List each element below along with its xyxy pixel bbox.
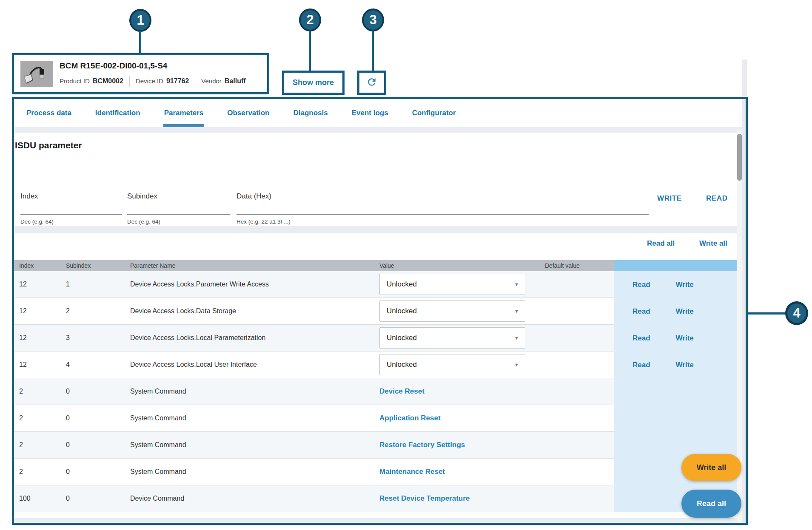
cell-index: 12 xyxy=(14,307,66,315)
row-read-link[interactable]: Read xyxy=(633,281,650,289)
tabbar-separator xyxy=(14,127,742,133)
command-link[interactable]: Application Reset xyxy=(379,414,441,422)
param-rows: 121Device Access Locks.Parameter Write A… xyxy=(14,271,742,512)
row-write-link[interactable]: Write xyxy=(676,334,694,343)
isdu-write-button[interactable]: WRITE xyxy=(657,194,682,203)
isdu-read-button[interactable]: READ xyxy=(706,194,728,203)
product-id-label: Product ID xyxy=(60,77,90,85)
value-select[interactable]: Unlocked▼ xyxy=(379,300,525,322)
cell-value: Unlocked▼ xyxy=(379,300,545,322)
cell-value: Unlocked▼ xyxy=(379,327,545,349)
tab-event-logs[interactable]: Event logs xyxy=(351,99,389,127)
tab-diagnosis[interactable]: Diagnosis xyxy=(292,99,328,127)
read-all-link[interactable]: Read all xyxy=(647,239,675,248)
table-row: 121Device Access Locks.Parameter Write A… xyxy=(14,271,742,298)
isdu-data-hex-field: Data (Hex) Hex (e.g. 22 a1 3f ...) xyxy=(236,192,649,225)
value-select[interactable]: Unlocked▼ xyxy=(379,327,525,349)
subindex-input[interactable] xyxy=(127,207,230,215)
refresh-icon xyxy=(366,77,377,89)
cell-value: Restore Factory Settings xyxy=(379,441,545,449)
data-hex-input[interactable] xyxy=(236,207,649,215)
cell-parameter-name: Device Access Locks.Local User Interface xyxy=(130,361,379,368)
panel-outer-scrollbar-track[interactable] xyxy=(742,99,746,523)
table-row: 20System CommandDevice Reset xyxy=(14,378,742,405)
vendor-label: Vendor xyxy=(201,77,222,85)
cell-value: Reset Device Temperature xyxy=(379,494,545,503)
cell-index: 2 xyxy=(14,388,66,395)
tab-configurator[interactable]: Configurator xyxy=(411,99,457,127)
cell-subindex: 0 xyxy=(66,388,130,395)
value-select[interactable]: Unlocked▼ xyxy=(379,274,525,295)
callout-1-line xyxy=(139,31,141,53)
index-input[interactable] xyxy=(20,207,122,215)
table-row: 122Device Access Locks.Data StorageUnloc… xyxy=(14,298,742,325)
cell-actions xyxy=(614,378,742,405)
write-all-link[interactable]: Write all xyxy=(699,239,727,248)
cell-subindex: 0 xyxy=(66,441,130,449)
cell-index: 12 xyxy=(14,361,66,368)
vendor-value: Balluff xyxy=(225,77,246,85)
row-write-link[interactable]: Write xyxy=(676,361,694,369)
subindex-label: Subindex xyxy=(127,192,230,201)
chevron-down-icon: ▼ xyxy=(514,282,519,287)
floating-write-all-button[interactable]: Write all xyxy=(681,454,741,481)
floating-read-all-button[interactable]: Read all xyxy=(681,490,741,518)
row-write-link[interactable]: Write xyxy=(676,307,694,316)
cell-value: Maintenance Reset xyxy=(379,468,545,476)
window-scrollbar-track[interactable] xyxy=(742,60,747,97)
tab-bar: Process data Identification Parameters O… xyxy=(14,99,742,127)
row-write-link[interactable]: Write xyxy=(676,281,694,289)
device-photo xyxy=(20,61,53,87)
tab-identification[interactable]: Identification xyxy=(94,99,141,127)
cell-subindex: 0 xyxy=(66,468,130,476)
cell-subindex: 4 xyxy=(66,361,130,368)
cell-index: 2 xyxy=(14,441,66,449)
chevron-down-icon: ▼ xyxy=(514,335,519,340)
table-row: 20System CommandApplication Reset xyxy=(14,405,742,432)
cell-parameter-name: Device Access Locks.Data Storage xyxy=(130,307,379,315)
callout-3-line xyxy=(372,31,374,71)
callout-1-badge: 1 xyxy=(129,9,151,32)
value-select[interactable]: Unlocked▼ xyxy=(379,354,525,375)
row-read-link[interactable]: Read xyxy=(633,361,650,369)
command-link[interactable]: Maintenance Reset xyxy=(379,468,445,476)
tab-parameters[interactable]: Parameters xyxy=(163,99,205,127)
cell-parameter-name: System Command xyxy=(130,468,379,476)
cell-index: 2 xyxy=(14,414,66,422)
show-more-button[interactable]: Show more xyxy=(284,73,342,93)
subindex-hint: Dec (e.g. 64) xyxy=(127,218,230,225)
table-row: 20System CommandRestore Factory Settings xyxy=(14,432,742,459)
row-read-link[interactable]: Read xyxy=(633,334,650,343)
parameter-table: Index Subindex Parameter Name Value Defa… xyxy=(14,260,742,512)
command-link[interactable]: Device Reset xyxy=(379,387,425,395)
tab-observation[interactable]: Observation xyxy=(226,99,270,127)
table-row: 124Device Access Locks.Local User Interf… xyxy=(14,351,742,378)
cell-actions: ReadWrite xyxy=(614,351,742,378)
isdu-heading: ISDU parameter xyxy=(15,140,82,150)
cell-parameter-name: Device Access Locks.Parameter Write Acce… xyxy=(130,281,379,288)
header-value: Value xyxy=(379,262,545,269)
device-id-value: 917762 xyxy=(166,77,189,85)
header-default: Default value xyxy=(545,262,614,269)
value-select-label: Unlocked xyxy=(387,360,417,369)
cell-index: 2 xyxy=(14,468,66,476)
cell-value: Device Reset xyxy=(379,387,545,396)
product-id-value: BCM0002 xyxy=(93,77,123,85)
callout-2-badge: 2 xyxy=(299,9,321,31)
device-id-label: Device ID xyxy=(136,77,163,85)
meta-divider xyxy=(195,76,195,87)
refresh-button[interactable] xyxy=(359,73,384,93)
cell-parameter-name: System Command xyxy=(130,414,379,422)
row-read-link[interactable]: Read xyxy=(633,307,650,316)
data-hex-hint: Hex (e.g. 22 a1 3f ...) xyxy=(236,218,649,225)
cell-parameter-name: Device Access Locks.Local Parameterizati… xyxy=(130,334,379,342)
command-link[interactable]: Reset Device Temperature xyxy=(379,494,470,502)
content-scrollbar-thumb[interactable] xyxy=(737,134,742,181)
table-row: 20System CommandMaintenance Reset xyxy=(14,459,742,485)
cell-actions: ReadWrite xyxy=(614,325,742,351)
tab-process-data[interactable]: Process data xyxy=(26,99,72,127)
cell-index: 100 xyxy=(14,495,66,502)
value-select-label: Unlocked xyxy=(387,307,417,315)
command-link[interactable]: Restore Factory Settings xyxy=(379,441,465,449)
meta-divider xyxy=(129,76,130,87)
